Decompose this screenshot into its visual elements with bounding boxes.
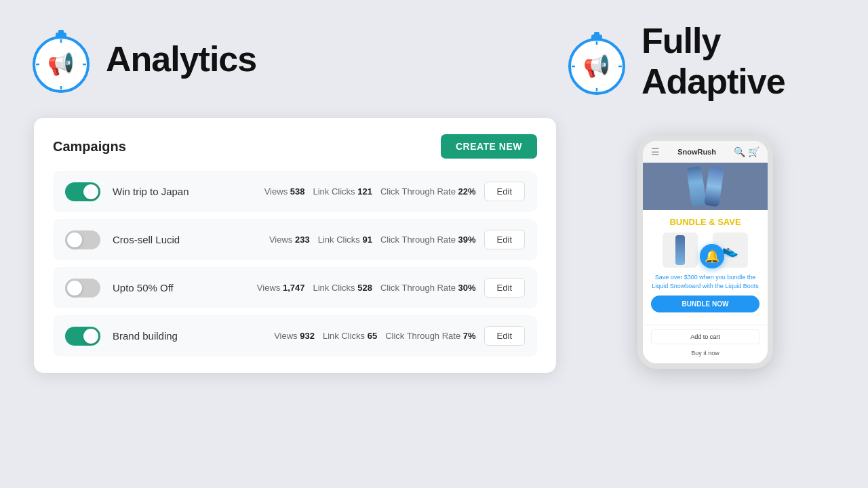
buy-it-now[interactable]: Buy it now — [651, 347, 760, 359]
adaptive-header: 📢 Fully Adaptive — [563, 20, 848, 102]
campaign-name-1: Cros-sell Lucid — [113, 234, 201, 245]
views-2: Views 1,747 — [257, 283, 305, 293]
edit-button-2[interactable]: Edit — [484, 278, 525, 298]
bundle-title-highlight: SAVE — [717, 217, 741, 227]
ctr-0: Click Through Rate 22% — [380, 186, 476, 197]
toggle-1[interactable] — [65, 230, 100, 249]
ctr-3: Click Through Rate 7% — [385, 331, 475, 341]
campaign-row: Cros-sell Lucid Views 233 Link Clicks 91… — [53, 219, 537, 260]
phone-icons: 🔍 🛒 — [734, 146, 760, 157]
campaign-row: Win trip to Japan Views 538 Link Clicks … — [53, 171, 537, 212]
campaign-stats-3: Views 932 Link Clicks 65 Click Through R… — [213, 326, 525, 346]
link-clicks-1: Link Clicks 91 — [318, 235, 372, 245]
menu-icon: ☰ — [651, 146, 660, 157]
campaign-row: Brand building Views 932 Link Clicks 65 … — [53, 315, 537, 357]
right-section: 📢 Fully Adaptive ☰ SnowRush 🔍 🛒 — [563, 20, 848, 371]
phone-topbar: ☰ SnowRush 🔍 🛒 — [643, 141, 768, 163]
campaign-name-0: Win trip to Japan — [113, 186, 201, 197]
link-clicks-2: Link Clicks 528 — [313, 283, 372, 293]
analytics-header: 📢 Analytics — [27, 20, 556, 98]
add-to-cart[interactable]: Add to cart — [651, 329, 760, 344]
views-3: Views 932 — [274, 331, 315, 341]
left-section: 📢 Analytics Campaigns CREATE NEW Win tri… — [27, 20, 556, 373]
ctr-1: Click Through Rate 39% — [380, 235, 476, 245]
phone-footer: Add to cart Buy it now — [643, 325, 768, 363]
analytics-title: Analytics — [106, 39, 256, 79]
svg-rect-10 — [594, 32, 599, 36]
campaigns-header: Campaigns CREATE NEW — [53, 134, 537, 159]
adaptive-icon: 📢 — [563, 22, 631, 100]
phone-content: BUNDLE & SAVE + 👟 Save over $300 when yo… — [643, 210, 768, 325]
store-name: SnowRush — [677, 148, 716, 156]
analytics-icon: 📢 — [27, 20, 95, 98]
link-clicks-0: Link Clicks 121 — [313, 186, 372, 197]
campaigns-title: Campaigns — [53, 139, 126, 155]
edit-button-1[interactable]: Edit — [484, 230, 525, 249]
campaign-row: Upto 50% Off Views 1,747 Link Clicks 528… — [53, 267, 537, 308]
views-1: Views 233 — [269, 235, 310, 245]
toggle-2[interactable] — [65, 279, 100, 298]
svg-rect-2 — [58, 30, 64, 34]
bundle-description: Save over $300 when you bundle the Liqui… — [651, 273, 760, 290]
link-clicks-3: Link Clicks 65 — [323, 331, 377, 341]
create-new-button[interactable]: CREATE NEW — [441, 134, 537, 159]
campaign-name-3: Brand building — [113, 330, 201, 342]
campaign-stats-0: Views 538 Link Clicks 121 Click Through … — [213, 182, 525, 201]
bundle-title-prefix: BUNDLE & — [669, 217, 717, 227]
toggle-knob-1 — [67, 232, 82, 247]
edit-button-0[interactable]: Edit — [484, 182, 525, 201]
bundle-title: BUNDLE & SAVE — [651, 217, 760, 227]
adaptive-title: Fully Adaptive — [642, 20, 848, 102]
toggle-knob-2 — [67, 281, 82, 296]
svg-text:📢: 📢 — [47, 51, 75, 77]
notification-bell[interactable]: 🔔 — [700, 244, 724, 268]
toggle-knob-0 — [83, 184, 98, 199]
snowboard-2 — [704, 166, 724, 207]
campaign-stats-1: Views 233 Link Clicks 91 Click Through R… — [213, 230, 525, 249]
phone-hero — [643, 163, 768, 210]
svg-text:📢: 📢 — [583, 53, 610, 79]
campaigns-card: Campaigns CREATE NEW Win trip to Japan V… — [34, 118, 556, 373]
toggle-3[interactable] — [65, 327, 100, 346]
campaign-name-2: Upto 50% Off — [113, 282, 201, 293]
snowboard-1 — [686, 166, 707, 207]
ctr-2: Click Through Rate 30% — [380, 283, 476, 293]
views-0: Views 538 — [264, 186, 305, 197]
toggle-0[interactable] — [65, 182, 100, 201]
product-snowboard — [663, 232, 698, 268]
snowboard-hero — [689, 167, 722, 206]
bundle-now-button[interactable]: BUNDLE NOW — [651, 296, 760, 312]
bell-icon: 🔔 — [705, 249, 719, 264]
toggle-knob-3 — [83, 329, 98, 344]
edit-button-3[interactable]: Edit — [484, 326, 525, 346]
campaign-stats-2: Views 1,747 Link Clicks 528 Click Throug… — [213, 278, 525, 298]
campaign-list: Win trip to Japan Views 538 Link Clicks … — [53, 171, 537, 357]
